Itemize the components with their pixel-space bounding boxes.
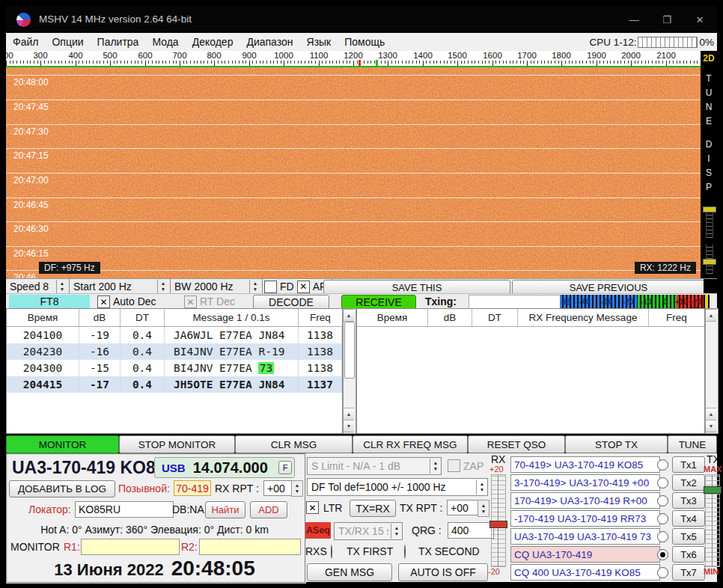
mode-indicator[interactable]: FT8 bbox=[9, 295, 90, 308]
menu-decoder[interactable]: Декодер bbox=[186, 36, 240, 48]
clr-rx-freq-msg-button[interactable]: CLR RX FREQ MSG bbox=[353, 435, 468, 453]
zap-checkbox[interactable] bbox=[448, 459, 460, 472]
stop-monitor-button[interactable]: STOP MONITOR bbox=[119, 435, 235, 453]
right-table-scrollbar[interactable]: ▲ ▲ ▼ bbox=[705, 308, 719, 434]
disp-button[interactable]: D bbox=[701, 139, 717, 150]
r1-input[interactable] bbox=[81, 539, 180, 555]
2d-toggle[interactable]: 2D bbox=[701, 51, 717, 66]
spinner-arrows[interactable]: ▲▼ bbox=[249, 280, 260, 293]
reset-qso-button[interactable]: RESET QSO bbox=[468, 435, 565, 453]
disp-button[interactable]: S bbox=[701, 168, 717, 178]
rx-rpt-spinner[interactable]: ▲▼ bbox=[291, 480, 303, 497]
r2-input[interactable] bbox=[199, 539, 301, 555]
rx-rpt-value[interactable]: +00 bbox=[263, 480, 293, 496]
tx1-button[interactable]: Tx1 bbox=[672, 456, 705, 473]
frequency-scale[interactable]: 200 300 400 500 600 700 800 900 1000 110… bbox=[6, 51, 701, 66]
spinner-arrows[interactable]: ▲▼ bbox=[430, 459, 441, 474]
scroll-up-icon[interactable]: ▲ bbox=[344, 408, 354, 420]
tx-slider-handle[interactable] bbox=[704, 486, 722, 494]
gen-msg-button[interactable]: GEN MSG bbox=[307, 563, 392, 581]
txrx-period-spinner[interactable]: TX/RX 15 s ▲▼ bbox=[334, 522, 403, 540]
spinner-arrows[interactable]: ▲▼ bbox=[391, 524, 402, 539]
minimize-button[interactable]: — bbox=[624, 10, 644, 28]
disp-button[interactable]: I bbox=[701, 153, 717, 164]
tune-button[interactable]: E bbox=[701, 116, 717, 126]
f-button[interactable]: F bbox=[278, 461, 292, 474]
tx7-message-field[interactable]: CQ 400 UA3-170-419 KO85 bbox=[510, 564, 660, 581]
receive-button[interactable]: RECEIVE bbox=[341, 295, 416, 310]
menu-file[interactable]: Файл bbox=[6, 36, 45, 48]
scrollbar-thumb[interactable] bbox=[344, 322, 355, 379]
tx1-message-field[interactable]: 70-419> UA3-170-419 KO85 bbox=[510, 456, 660, 473]
spinner-arrows[interactable]: ▲▼ bbox=[476, 480, 487, 494]
tx-second-radio[interactable] bbox=[404, 545, 406, 559]
rt-dec-checkbox[interactable]: ✕ bbox=[184, 295, 197, 308]
tx2-radio[interactable] bbox=[657, 477, 668, 489]
tx7-button[interactable]: Tx7 bbox=[672, 564, 705, 581]
find-button[interactable]: Найти bbox=[205, 501, 245, 518]
disp-button[interactable]: P bbox=[701, 182, 717, 192]
df-tol-spinner[interactable]: DF Tol def=1000 +/- 1000 Hz ▲▼ bbox=[307, 478, 488, 496]
menu-language[interactable]: Язык bbox=[300, 36, 338, 48]
tx3-message-field[interactable]: 170-419> UA3-170-419 R+00 bbox=[510, 492, 660, 509]
fd-checkbox[interactable] bbox=[264, 281, 277, 293]
bw-spinner[interactable]: BW 2000 Hz ▲▼ bbox=[171, 279, 263, 294]
add-button[interactable]: ADD bbox=[250, 501, 287, 518]
scroll-down-icon[interactable]: ▼ bbox=[344, 420, 354, 432]
tune-button[interactable]: T bbox=[701, 73, 717, 84]
tx7-radio[interactable] bbox=[657, 567, 668, 578]
tx3-button[interactable]: Tx3 bbox=[672, 492, 705, 509]
speed-spinner[interactable]: Speed 8 ▲▼ bbox=[6, 279, 70, 294]
tune-button-bottom[interactable]: TUNE bbox=[668, 435, 717, 453]
decode-button[interactable]: DECODE bbox=[253, 295, 329, 310]
monitor-button[interactable]: MONITOR bbox=[6, 435, 119, 453]
menu-options[interactable]: Опции bbox=[45, 36, 90, 48]
table-row[interactable]: 204415 -17 0.4 JH5OTE E77EA JN84 1137 bbox=[7, 376, 342, 393]
table-row[interactable]: 204100 -19 0.4 JA6WJL E77EA JN84 1138 bbox=[7, 327, 342, 343]
table-row[interactable]: 204300 -15 0.4 BI4JNV E77EA73 1138 bbox=[7, 360, 342, 376]
locator-field[interactable]: KO85RU bbox=[75, 501, 174, 518]
tx2-button[interactable]: Tx2 bbox=[672, 474, 705, 491]
spinner-arrows[interactable]: ▲▼ bbox=[56, 280, 67, 293]
tx5-radio[interactable] bbox=[657, 531, 668, 542]
scroll-up-icon[interactable]: ▲ bbox=[706, 309, 716, 322]
tx-rpt-value[interactable]: +00 bbox=[447, 500, 480, 515]
decoded-messages-table[interactable]: Время dB DT Message 1 / 0.1s Freq 204100… bbox=[6, 308, 343, 434]
dx-callsign-field[interactable]: 70-419 bbox=[174, 480, 211, 496]
af-checkbox[interactable]: ✕ bbox=[297, 281, 310, 293]
qrg-value[interactable]: 400 bbox=[448, 522, 494, 539]
menu-palette[interactable]: Палитра bbox=[91, 36, 146, 48]
add-to-log-button[interactable]: ДОБАВИТЬ В LOG bbox=[9, 480, 115, 497]
tune-button[interactable]: N bbox=[701, 102, 717, 112]
left-table-scrollbar[interactable]: ▲ ▲ ▼ bbox=[343, 308, 356, 434]
rx-frequency-table[interactable]: Время dB DT RX Frequency Message Freq bbox=[356, 308, 705, 434]
rx-slider-handle[interactable] bbox=[489, 521, 507, 528]
menu-help[interactable]: Помощь bbox=[338, 36, 391, 48]
gain-slider-handle[interactable] bbox=[703, 206, 716, 212]
menu-band[interactable]: Диапазон bbox=[240, 36, 299, 48]
aseq-indicator[interactable]: ASeq bbox=[305, 522, 331, 539]
maximize-button[interactable]: ❐ bbox=[657, 10, 677, 28]
tx5-message-field[interactable]: UA3-170-419 UA3-170-419 73 bbox=[510, 528, 660, 545]
tx-rpt-spinner[interactable]: ▲▼ bbox=[478, 500, 489, 517]
clr-msg-button[interactable]: CLR MSG bbox=[235, 435, 353, 453]
scroll-up-icon[interactable]: ▲ bbox=[344, 309, 354, 322]
tx5-button[interactable]: Tx5 bbox=[672, 528, 705, 545]
tune-button[interactable]: U bbox=[701, 88, 717, 98]
tx4-message-field[interactable]: -170-419 UA3-170-419 RR73 bbox=[510, 510, 660, 527]
s-limit-spinner[interactable]: S Limit - N/A - 1 dB ▲▼ bbox=[307, 457, 442, 475]
start-spinner[interactable]: Start 200 Hz ▲▼ bbox=[70, 279, 171, 294]
tx3-radio[interactable] bbox=[657, 495, 668, 506]
close-button[interactable]: ✕ bbox=[690, 10, 710, 28]
scroll-up-icon[interactable]: ▲ bbox=[706, 408, 716, 420]
waterfall-display[interactable]: 20:48:00 20:47:45 20:47:30 20:47:15 20:4… bbox=[6, 66, 701, 278]
tx4-radio[interactable] bbox=[657, 513, 668, 524]
menu-mode[interactable]: Мода bbox=[145, 36, 185, 48]
tx6-button[interactable]: Tx6 bbox=[672, 546, 705, 563]
save-previous-button[interactable]: SAVE PREVIOUS bbox=[512, 280, 705, 295]
table-row[interactable]: 204230 -16 0.4 BI4JNV E77EA R-19 1138 bbox=[7, 343, 342, 360]
tx6-message-field[interactable]: CQ UA3-170-419 bbox=[510, 546, 660, 563]
auto-dec-checkbox[interactable]: ✕ bbox=[97, 295, 110, 308]
scroll-down-icon[interactable]: ▼ bbox=[706, 420, 716, 432]
auto-is-off-button[interactable]: AUTO IS OFF bbox=[398, 563, 488, 581]
